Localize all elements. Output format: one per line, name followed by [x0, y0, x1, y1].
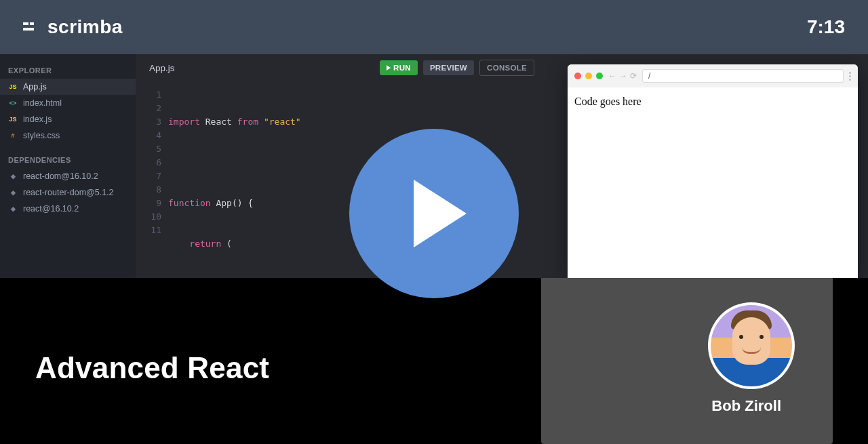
- dependency-label: react-router-dom@5.1.2: [23, 188, 114, 197]
- package-icon: ◆: [8, 171, 18, 181]
- play-icon: [387, 65, 391, 70]
- file-item-index-html[interactable]: <> index.html: [0, 95, 136, 111]
- dependencies-heading: DEPENDENCIES: [0, 153, 136, 168]
- dependency-item[interactable]: ◆ react-router-dom@5.1.2: [0, 184, 136, 201]
- play-button[interactable]: [349, 129, 519, 298]
- browser-content: Code goes here: [568, 87, 858, 278]
- window-controls: [574, 73, 603, 79]
- explorer-heading: EXPLORER: [0, 64, 136, 79]
- tab-app-js[interactable]: App.js: [136, 54, 189, 81]
- kebab-menu-icon[interactable]: [849, 72, 851, 81]
- browser-toolbar: ← → ⟳ /: [568, 64, 858, 87]
- back-icon[interactable]: ←: [608, 71, 616, 81]
- dependency-label: react@16.10.2: [23, 204, 79, 214]
- brand-name: scrimba: [47, 16, 123, 38]
- file-label: index.html: [23, 98, 62, 108]
- instructor-panel: Bob Ziroll: [541, 278, 833, 444]
- close-icon[interactable]: [574, 73, 581, 79]
- file-label: styles.css: [23, 131, 60, 140]
- playback-time: 7:13: [807, 16, 845, 38]
- dependency-item[interactable]: ◆ react@16.10.2: [0, 201, 136, 217]
- forward-icon[interactable]: →: [619, 71, 627, 81]
- url-bar[interactable]: /: [642, 69, 844, 83]
- package-icon: ◆: [8, 204, 18, 214]
- sidebar: EXPLORER JS App.js <> index.html JS inde…: [0, 54, 136, 278]
- dependency-label: react-dom@16.10.2: [23, 171, 98, 181]
- maximize-icon[interactable]: [596, 73, 603, 79]
- preview-button[interactable]: PREVIEW: [423, 60, 474, 75]
- run-button[interactable]: RUN: [380, 60, 418, 75]
- preview-pane: ← → ⟳ / Code goes here: [541, 54, 868, 278]
- reload-icon[interactable]: ⟳: [630, 71, 637, 81]
- header: scrimba 7:13: [0, 0, 868, 54]
- file-item-index-js[interactable]: JS index.js: [0, 111, 136, 127]
- css-file-icon: #: [8, 131, 18, 140]
- html-file-icon: <>: [8, 98, 18, 108]
- console-button[interactable]: CONSOLE: [479, 60, 534, 76]
- course-title: Advanced React: [35, 351, 269, 385]
- brand-logo[interactable]: scrimba: [23, 16, 123, 38]
- run-label: RUN: [393, 64, 411, 72]
- nav-icons: ← → ⟳: [608, 71, 637, 81]
- editor-actions: RUN PREVIEW CONSOLE: [380, 60, 541, 76]
- dependency-item[interactable]: ◆ react-dom@16.10.2: [0, 168, 136, 184]
- play-icon: [414, 180, 467, 247]
- file-label: index.js: [23, 115, 52, 124]
- instructor-name: Bob Ziroll: [711, 397, 781, 415]
- package-icon: ◆: [8, 188, 18, 197]
- js-file-icon: JS: [8, 115, 18, 124]
- instructor-avatar: [708, 302, 795, 389]
- file-item-app-js[interactable]: JS App.js: [0, 79, 136, 95]
- mini-browser: ← → ⟳ / Code goes here: [568, 64, 858, 278]
- course-info: Advanced React Bob Ziroll: [0, 278, 868, 444]
- brand-mark-icon: [23, 20, 41, 34]
- file-item-styles-css[interactable]: # styles.css: [0, 127, 136, 144]
- file-label: App.js: [23, 82, 47, 92]
- tabbar: App.js RUN PREVIEW CONSOLE: [136, 54, 541, 81]
- js-file-icon: JS: [8, 82, 18, 92]
- minimize-icon[interactable]: [585, 73, 592, 79]
